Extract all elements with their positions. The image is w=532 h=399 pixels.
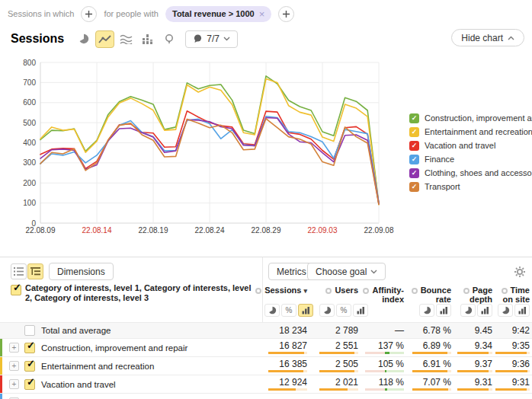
- legend-checkbox[interactable]: ✓: [409, 182, 419, 192]
- x-axis-tick-label: 22.08.24: [195, 226, 225, 235]
- row-label[interactable]: Vacation and travel: [41, 375, 116, 394]
- settings-gear-icon[interactable]: [514, 266, 526, 281]
- percent-toggle-button[interactable]: %: [336, 304, 351, 317]
- bars-toggle-button[interactable]: [298, 304, 313, 317]
- chart-type-columns-button[interactable]: [138, 30, 157, 48]
- legend-item[interactable]: ✓Clothing, shoes and accessories: [409, 166, 532, 180]
- cell-page_depth: 9.31: [457, 377, 492, 388]
- cell-affinity: 118 %: [365, 377, 404, 388]
- filter-chip[interactable]: Total revenue > 1000 ×: [165, 6, 271, 22]
- bars-toggle-button[interactable]: [477, 304, 492, 317]
- pie-chart-icon: [79, 34, 89, 44]
- percent-toggle-icon: %: [286, 306, 293, 314]
- percent-toggle-button[interactable]: %: [281, 304, 296, 317]
- choose-goal-button[interactable]: Choose goal: [307, 263, 386, 280]
- y-axis-tick-label: 400: [23, 139, 36, 147]
- legend-item[interactable]: ✓Vacation and travel: [409, 139, 532, 152]
- pie-toggle-button[interactable]: [264, 304, 280, 317]
- column-header-time[interactable]: Timeon site: [477, 286, 530, 304]
- display-toggles-bounce: [419, 304, 451, 317]
- legend-checkbox[interactable]: ✓: [409, 127, 419, 137]
- view-list-button[interactable]: [11, 263, 27, 279]
- cell-affinity: 105 %: [365, 359, 404, 369]
- cell-affinity: 137 %: [365, 340, 404, 351]
- chart-type-map-button[interactable]: [159, 30, 178, 48]
- metric-bar: [268, 388, 307, 391]
- legend-item[interactable]: ✓Entertainment and recreation: [409, 125, 532, 139]
- annotations-dropdown[interactable]: 7/7: [185, 30, 238, 48]
- cell-time: 9:35: [495, 340, 530, 351]
- row-color-strip: [0, 394, 2, 399]
- dimensions-button[interactable]: Dimensions: [49, 263, 114, 280]
- legend-item[interactable]: ✓Construction, improvement and repair: [409, 111, 532, 125]
- add-people-condition-button[interactable]: [278, 6, 294, 22]
- metric-bar: [319, 370, 358, 372]
- metric-bar: [495, 388, 530, 391]
- expand-row-button[interactable]: +: [9, 379, 19, 389]
- check-icon: ✓: [13, 282, 21, 292]
- add-session-condition-button[interactable]: [81, 6, 97, 22]
- cell-time: 9:42: [495, 325, 530, 336]
- percent-toggle-icon: %: [341, 306, 348, 314]
- legend-item[interactable]: ✓Finance: [409, 152, 532, 166]
- chart-header: Sessions: [0, 29, 532, 49]
- pie-toggle-button[interactable]: [460, 304, 476, 317]
- affinity-bar: [365, 352, 404, 354]
- bars-toggle-button[interactable]: [436, 304, 451, 317]
- pie-toggle-button[interactable]: [498, 304, 513, 317]
- expand-row-button[interactable]: +: [9, 361, 19, 371]
- legend-checkbox[interactable]: ✓: [409, 141, 419, 151]
- pie-toggle-button[interactable]: [319, 304, 335, 317]
- metric-bar: [412, 352, 451, 354]
- row-checkbox[interactable]: ✓: [24, 379, 35, 390]
- bars-toggle-icon: [302, 306, 310, 314]
- segment-filter-bar: Sessions in which for people with Total …: [8, 4, 294, 24]
- cell-users: 2 789: [319, 325, 358, 336]
- hide-chart-button[interactable]: Hide chart: [451, 29, 524, 46]
- chart-type-stacked-button[interactable]: [117, 30, 136, 48]
- legend-item[interactable]: ✓Transport: [409, 180, 532, 193]
- row-checkbox[interactable]: ✓: [24, 361, 35, 372]
- pie-toggle-icon: [502, 306, 510, 314]
- bars-toggle-button[interactable]: [514, 304, 530, 317]
- row-label[interactable]: Entertainment and recreation: [41, 357, 154, 375]
- table-row: +✓Construction, improvement and repair16…: [0, 338, 532, 356]
- affinity-bar: [365, 388, 404, 391]
- pie-toggle-icon: [464, 306, 473, 314]
- row-label[interactable]: Total and average: [41, 323, 111, 339]
- legend-checkbox[interactable]: ✓: [409, 168, 419, 178]
- column-header-sessions[interactable]: Sessions▾: [250, 286, 307, 295]
- page-title: Sessions: [11, 32, 64, 46]
- pie-toggle-icon: [323, 306, 332, 314]
- chart-type-line-button[interactable]: [95, 30, 114, 48]
- legend-checkbox[interactable]: ✓: [409, 113, 419, 123]
- view-tree-button[interactable]: [27, 263, 43, 279]
- cell-bounce: 6.91 %: [412, 359, 451, 369]
- cell-page_depth: 9.34: [457, 340, 492, 351]
- report-rows: Total and average18 2342 789—6.78 %9.459…: [0, 322, 532, 399]
- bars-toggle-button[interactable]: [353, 304, 368, 317]
- metric-ring-icon: [363, 288, 369, 294]
- dimension-header-label: Category of interests, level 1, Category…: [25, 283, 258, 303]
- chart-type-pie-button[interactable]: [74, 30, 93, 48]
- dimension-select-all-checkbox[interactable]: ✓: [11, 285, 21, 295]
- chevron-down-icon: [223, 37, 230, 41]
- metric-bar: [457, 388, 492, 391]
- display-toggles-page_depth: [460, 304, 492, 317]
- table-row: +: [0, 393, 532, 399]
- cell-sessions: 12 924: [268, 377, 307, 388]
- display-toggles-sessions: %: [264, 304, 313, 317]
- report-table-section: Dimensions Metrics Choose goal ✓ Categor…: [0, 257, 532, 399]
- y-axis-tick-label: 300: [23, 158, 36, 167]
- row-checkbox[interactable]: ✓: [24, 343, 35, 353]
- x-axis-tick-label: 22.08.29: [252, 226, 281, 235]
- remove-filter-icon[interactable]: ×: [259, 9, 265, 19]
- expand-row-button[interactable]: +: [9, 343, 19, 353]
- pie-toggle-button[interactable]: [419, 304, 434, 317]
- row-checkbox[interactable]: [24, 325, 35, 336]
- tree-view-icon: [30, 267, 41, 276]
- legend-checkbox[interactable]: ✓: [409, 155, 419, 164]
- bars-toggle-icon: [357, 306, 365, 314]
- row-label[interactable]: Construction, improvement and repair: [41, 339, 187, 357]
- metric-bar: [268, 352, 307, 354]
